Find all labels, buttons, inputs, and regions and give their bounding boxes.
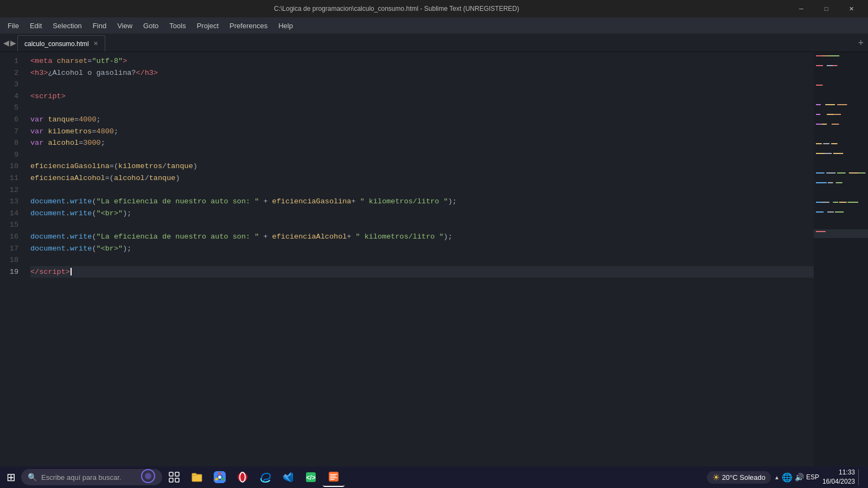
clock-date: 16/04/2023 [822,477,855,486]
tab-close-button[interactable]: ✕ [93,40,98,47]
menubar: File Edit Selection Find View Goto Tools… [0,17,868,34]
line-num-9: 9 [0,149,18,161]
code-line-18 [30,254,814,266]
title-text: C:\Logica de programacion\calculo_consum… [4,5,789,12]
code-line-15 [30,219,814,231]
code-line-11: eficienciaAlcohol=(alcohol/tanque) [30,172,814,184]
line-num-10: 10 [0,160,18,172]
svg-rect-7 [192,473,196,476]
window-controls: ─ □ ✕ [789,0,864,17]
code-line-9 [30,149,814,161]
menu-selection[interactable]: Selection [47,20,87,32]
menu-view[interactable]: View [112,20,138,32]
opera-button[interactable] [232,467,253,487]
line-num-8: 8 [0,137,18,149]
start-button[interactable]: ⊞ [2,467,20,487]
chrome-button[interactable] [209,467,231,487]
taskbar: ⊞ 🔍 Escribe aquí para buscar. [0,466,868,488]
taskview-button[interactable] [163,467,185,487]
line-num-14: 14 [0,208,18,220]
system-icons: ▲ 🌐 🔊 ESP [774,472,819,483]
show-desktop-button[interactable] [858,469,861,485]
menu-goto[interactable]: Goto [138,20,164,32]
menu-preferences[interactable]: Preferences [224,20,273,32]
line-num-13: 13 [0,196,18,208]
fileexplorer-button[interactable] [186,467,208,487]
line-num-1: 1 [0,55,18,67]
green-app-button[interactable]: </> [300,467,322,487]
svg-rect-4 [169,478,173,482]
line-num-15: 15 [0,219,18,231]
svg-point-12 [238,472,247,482]
tab-next-button[interactable]: ▶ [10,38,16,47]
search-icon: 🔍 [28,473,37,481]
titlebar: C:\Logica de programacion\calculo_consum… [0,0,868,17]
code-line-14: document.write("<br>"); [30,208,814,220]
code-line-16: document.write("La eficiencia de nuestro… [30,231,814,243]
tab-calculo[interactable]: calculo_consumo.html ✕ [17,35,105,52]
line-num-18: 18 [0,254,18,266]
sun-icon: ☀ [712,472,720,483]
menu-tools[interactable]: Tools [164,20,191,32]
code-line-4: <script> [30,91,814,102]
maximize-button[interactable]: □ [814,0,839,17]
weather-text: 20°C Soleado [722,473,765,481]
code-editor[interactable]: <meta charset="utf-8"> <h3>¿Alcohol o ga… [24,52,814,472]
tab-label: calculo_consumo.html [24,40,89,48]
code-line-6: var tanque=4000; [30,114,814,126]
new-tab-button[interactable]: + [858,38,864,48]
code-line-17: document.write("<br>"); [30,243,814,255]
svg-point-1 [145,473,151,479]
line-numbers: 1 2 3 4 5 6 7 8 9 10 11 12 13 14 15 16 1… [0,52,24,472]
code-line-7: var kilometros=4800; [30,126,814,138]
minimize-button[interactable]: ─ [789,0,814,17]
line-num-6: 6 [0,114,18,126]
sublimetext-button[interactable] [323,467,344,487]
svg-rect-16 [329,472,339,481]
menu-find[interactable]: Find [87,20,112,32]
editor-container: 1 2 3 4 5 6 7 8 9 10 11 12 13 14 15 16 1… [0,52,868,472]
svg-rect-2 [169,472,173,476]
line-num-17: 17 [0,243,18,255]
svg-rect-3 [175,472,179,476]
line-num-12: 12 [0,184,18,196]
code-line-8: var alcohol=3000; [30,137,814,149]
edge-button[interactable] [254,467,276,487]
line-num-2: 2 [0,67,18,79]
network-icon[interactable]: 🌐 [782,472,793,483]
code-line-19: </script> [30,266,814,278]
clock[interactable]: 11:33 16/04/2023 [822,468,855,486]
line-num-3: 3 [0,79,18,91]
volume-icon[interactable]: 🔊 [795,473,804,481]
tabbar: ◀ ▶ calculo_consumo.html ✕ + [0,34,868,52]
svg-text:</>: </> [306,474,315,481]
code-line-10: eficienciaGasolina=(kilometros/tanque) [30,160,814,172]
line-num-19: 19 [0,266,18,278]
menu-project[interactable]: Project [192,20,224,32]
code-line-1: <meta charset="utf-8"> [30,55,814,67]
code-line-5 [30,102,814,114]
code-line-2: <h3>¿Alcohol o gasolina?</h3> [30,67,814,79]
search-placeholder: Escribe aquí para buscar. [41,473,121,481]
code-line-13: document.write("La eficiencia de nuestro… [30,196,814,208]
close-button[interactable]: ✕ [839,0,864,17]
minimap [814,52,868,472]
svg-point-11 [219,476,221,479]
svg-rect-5 [175,478,179,482]
show-hidden-icons[interactable]: ▲ [774,474,780,480]
taskbar-right: ☀ 20°C Soleado ▲ 🌐 🔊 ESP 11:33 16/04/202… [707,468,866,486]
menu-edit[interactable]: Edit [24,20,47,32]
menu-help[interactable]: Help [273,20,298,32]
language-button[interactable]: ESP [806,473,819,481]
line-num-11: 11 [0,172,18,184]
tab-actions: + [858,38,864,48]
weather-button[interactable]: ☀ 20°C Soleado [707,471,771,484]
code-line-12 [30,184,814,196]
line-num-7: 7 [0,126,18,138]
vscode-button[interactable] [277,467,299,487]
taskbar-search[interactable]: 🔍 Escribe aquí para buscar. [21,469,162,485]
clock-time: 11:33 [822,468,855,477]
cortana-icon [141,468,156,486]
tab-prev-button[interactable]: ◀ [3,38,9,47]
menu-file[interactable]: File [2,20,24,32]
